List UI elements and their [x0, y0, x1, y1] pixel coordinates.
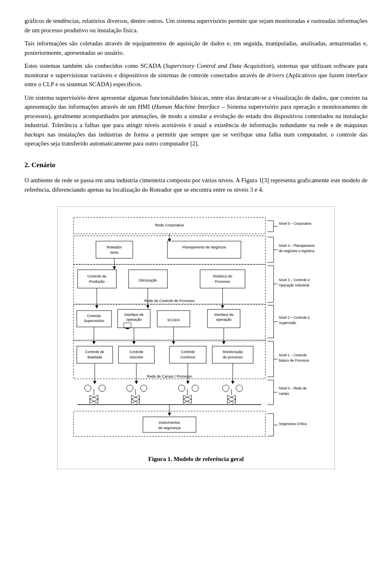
rede-controle-label: Rede de Controle de Processo	[144, 299, 194, 303]
valve-3b	[183, 395, 192, 403]
level5-label: Nível 5 – Corporativo	[279, 222, 312, 226]
valve-4a	[227, 395, 236, 403]
sp1-text: O ambiente de rede se passa em uma indús…	[24, 177, 368, 193]
level1-label: Nível 1 – Controle	[279, 353, 307, 357]
controle-producao-label1: Controle da	[87, 274, 107, 278]
controle-continuo-label1: Controle	[181, 350, 195, 354]
valve-4b	[227, 395, 236, 403]
instrument-1b	[99, 385, 105, 392]
interface-op-left-label2: operação	[126, 318, 142, 322]
valve-3a	[183, 395, 192, 403]
instrument-1a	[85, 385, 91, 392]
historico-label1: Histórico do	[213, 274, 232, 278]
interface-op-left-label1: Interface de	[124, 313, 144, 317]
p2-text: Tais informações são coletadas através d…	[24, 40, 368, 56]
instrument-4a	[223, 385, 229, 392]
controle-continuo-label2: Contínuo	[180, 355, 196, 359]
level4-label2: de negócios e logística	[279, 249, 314, 253]
section-heading: 2. Cenário	[24, 160, 368, 170]
level1-label2: básico de Processo	[279, 358, 309, 362]
instrument-2a	[127, 385, 133, 392]
arrow-l1-l0a	[93, 381, 96, 384]
scada-label: SCADA	[167, 318, 180, 322]
arrow-l1-l0d	[231, 381, 234, 384]
rede-campo-label: Rede de Campo / Processo	[147, 374, 192, 378]
otimizacao-label: Otimização	[138, 278, 157, 282]
controle-supervisorio-label2: Supervisório	[84, 319, 104, 323]
level3-label: Nível 3 – Controle e	[279, 278, 310, 282]
arrow-l4-l3a	[113, 266, 116, 270]
monitoracao-box	[212, 346, 253, 363]
instrument-3a	[178, 385, 185, 392]
arrow-l2-l1a	[92, 341, 96, 345]
scada-term: Supervisory Control and Data Acquisition	[165, 63, 272, 69]
valve-1a	[90, 395, 98, 403]
level0-label: Nível 0 – Rede de	[279, 386, 307, 390]
controle-discreto-label2: Discreto	[129, 355, 143, 359]
arrow-l1-l0b	[135, 381, 138, 384]
valve-2b	[131, 395, 140, 403]
section-number: 2.	[24, 161, 30, 169]
arrow-l3-l2a	[95, 305, 98, 309]
roteador-wan-label2: WAN	[110, 251, 119, 255]
paragraph-2: Tais informações são coletadas através d…	[24, 39, 368, 57]
p1-text: gráficos de tendências, relatórios diver…	[24, 18, 368, 34]
controle-continuo-box	[169, 346, 206, 363]
arrow-l3-l2c	[221, 305, 224, 309]
controle-batelada-label2: Batelada	[87, 355, 102, 359]
instrument-2b	[140, 385, 147, 392]
level2-label2: Supervisão	[279, 321, 296, 325]
controle-batelada-box	[77, 346, 113, 363]
historico-box	[200, 270, 245, 288]
monitoracao-label2: do processo	[223, 355, 243, 359]
valve-2a	[131, 395, 140, 403]
arrow-field-safety	[168, 413, 171, 416]
interface-op-right-label2: operação	[216, 318, 232, 322]
paragraph-3: Estes sistemas também são conhecidos com…	[24, 61, 368, 89]
instrument-3b	[192, 385, 198, 392]
controle-batelada-label1: Controle de	[85, 350, 105, 354]
arrow-l2-l1b	[132, 341, 136, 345]
level3-label2: Operação Industrial	[279, 283, 309, 287]
planejamento-negocios-label1: Planejamento de Negócios	[182, 245, 226, 249]
controle-discreto-box	[118, 346, 154, 363]
drivers-term: drivers	[267, 72, 284, 78]
planejamento-negocios-box	[167, 241, 241, 258]
hmi-term: Human Machine Interface	[154, 103, 220, 110]
controle-supervisorio-label1: Controle	[87, 314, 101, 318]
arrow-l2-l1c	[172, 341, 175, 345]
instrumentos-label1: Instrumentos	[159, 421, 180, 425]
controle-producao-label2: Produção	[89, 280, 105, 284]
monitoracao-label1: Monitoração	[223, 350, 243, 354]
paragraph-4: Um sistema supervisório deve apresentar …	[24, 93, 368, 148]
interface-op-right-label1: Interface de	[214, 313, 234, 317]
level2-label: Nível 2 – Controle e	[279, 315, 310, 320]
historico-label2: Processo	[215, 280, 230, 284]
valve-1b	[90, 395, 98, 403]
figure-1-diagram: Nível 5 – Corporativo Nível 4 – Planejam…	[65, 213, 327, 450]
controle-discreto-label1: Controle	[129, 350, 143, 354]
instrument-4b	[236, 385, 243, 392]
roteador-wan-label1: Roteador	[107, 245, 122, 249]
level0-label2: campo	[279, 392, 290, 396]
figure-1-container: Nível 5 – Corporativo Nível 4 – Planejam…	[57, 206, 335, 469]
arrow-l1-l0c	[186, 381, 189, 384]
level4-label: Nível 4 – Planejamento	[279, 244, 315, 248]
paragraph-1: gráficos de tendências, relatórios diver…	[24, 16, 368, 35]
seguranca-label: Segurança Crítica	[279, 422, 307, 426]
arrow-l3-l2b	[146, 305, 149, 309]
rede-corporativa-label: Rede Corporativa	[155, 223, 184, 227]
controle-producao-box	[78, 270, 116, 288]
figure-caption-text: Figura 1. Modelo de referência geral	[148, 456, 244, 462]
figure-caption: Figura 1. Modelo de referência geral	[62, 454, 330, 464]
computer-icon-left-stand	[126, 328, 129, 329]
arrow-l2-l1d	[222, 341, 225, 345]
backups-term: backups	[24, 131, 45, 138]
section-title: Cenário	[31, 161, 56, 169]
roteador-wan-box	[96, 241, 133, 258]
section-paragraph-1: O ambiente de rede se passa em uma indús…	[24, 176, 368, 194]
instrumentos-label2: de segurança	[158, 426, 181, 430]
